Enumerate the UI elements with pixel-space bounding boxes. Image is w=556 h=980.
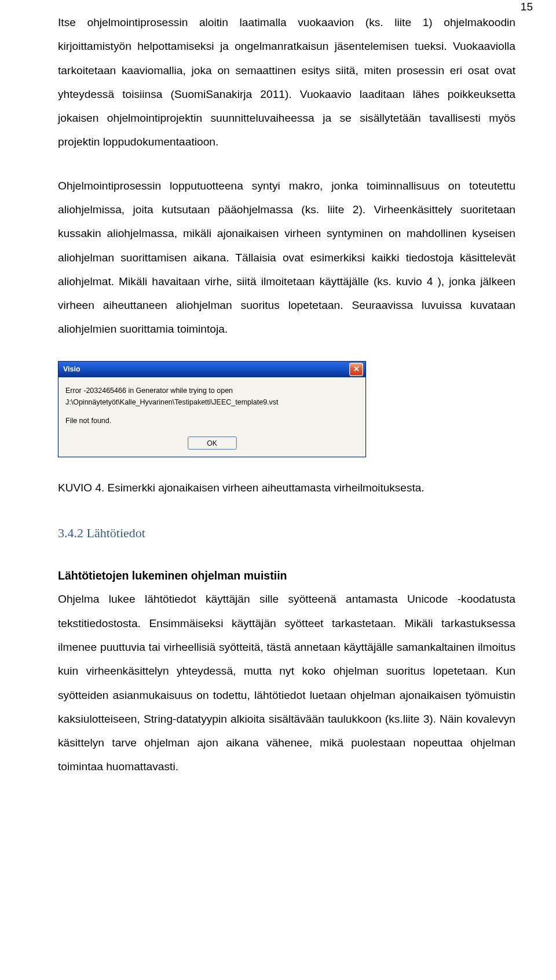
error-text-line-3: File not found. bbox=[65, 416, 359, 426]
document-page: 15 Itse ohjelmointiprosessin aloitin laa… bbox=[0, 0, 556, 819]
dialog-titlebar: Visio ✕ bbox=[58, 362, 365, 377]
page-number: 15 bbox=[521, 1, 533, 12]
error-dialog: Visio ✕ Error -2032465466 in Generator w… bbox=[58, 361, 366, 457]
body-paragraph-1: Itse ohjelmointiprosessin aloitin laatim… bbox=[58, 10, 515, 154]
error-text-line-1: Error -2032465466 in Generator while try… bbox=[65, 385, 359, 396]
subsection-heading: Lähtötietojen lukeminen ohjelman muistii… bbox=[58, 567, 515, 585]
body-paragraph-2: Ohjelmointiprosessin lopputuotteena synt… bbox=[58, 174, 515, 341]
ok-button[interactable]: OK bbox=[188, 436, 237, 450]
body-paragraph-3: Ohjelma lukee lähtötiedot käyttäjän sill… bbox=[58, 587, 515, 778]
close-button[interactable]: ✕ bbox=[349, 363, 363, 376]
close-icon: ✕ bbox=[353, 364, 360, 375]
dialog-body: Error -2032465466 in Generator while try… bbox=[58, 377, 365, 457]
error-text-line-2: J:\Opinnäytetyöt\Kalle_Hyvarinen\Testipa… bbox=[65, 397, 359, 407]
figure-caption: KUVIO 4. Esimerkki ajonaikaisen virheen … bbox=[58, 479, 515, 497]
section-heading: 3.4.2 Lähtötiedot bbox=[58, 524, 515, 542]
dialog-title: Visio bbox=[63, 364, 81, 374]
dialog-button-row: OK bbox=[65, 436, 359, 450]
